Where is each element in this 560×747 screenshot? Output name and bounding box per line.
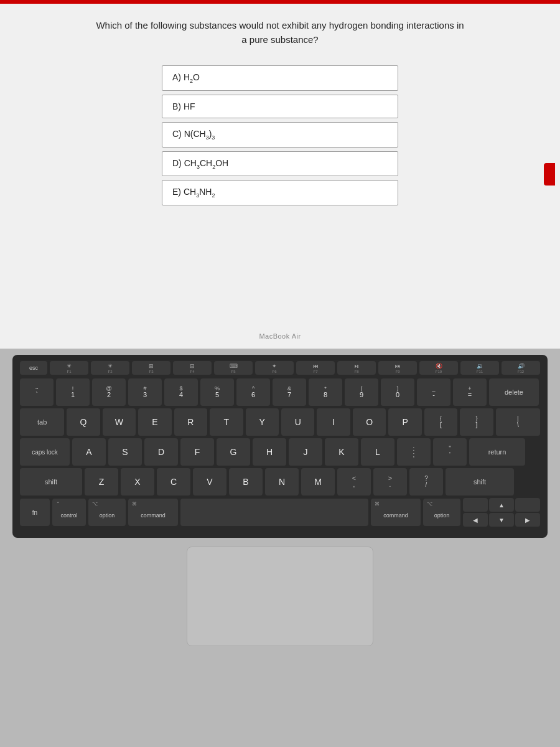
key-esc[interactable]: esc [20,361,47,375]
key-n[interactable]: N [265,468,299,496]
key-j[interactable]: J [289,438,322,466]
key-arrow-left[interactable]: ◀ [463,513,488,527]
macbook-label: MacBook Air [259,332,301,340]
key-option-right[interactable]: ⌥ option [423,499,460,526]
key-equals[interactable]: + = [453,378,487,406]
key-b[interactable]: B [229,468,263,496]
key-tab[interactable]: tab [20,408,64,436]
key-f3[interactable]: ⊞ F3 [132,361,170,375]
key-arrow-right-placeholder [515,498,540,512]
key-8[interactable]: * 8 [309,378,342,406]
answer-e[interactable]: E) CH3NH2 [162,180,398,205]
key-f6[interactable]: ✦ F6 [255,361,294,375]
answer-d[interactable]: D) CH3CH2OH [162,151,398,177]
zxcv-row: shift Z X C V B N M < , > . ? / shift [20,468,540,496]
key-u[interactable]: U [281,408,314,436]
key-control[interactable]: ⌃ control [52,499,86,526]
key-option-left[interactable]: ⌥ option [88,499,126,526]
key-space[interactable] [180,499,368,526]
key-f10[interactable]: 🔇 F10 [419,361,458,375]
keyboard: esc ☀ F1 ☀ F2 ⊞ F3 ⊟ F4 ⌨ F5 ✦ [12,355,548,538]
laptop-screen: Which of the following substances would … [0,0,560,349]
key-semicolon[interactable]: : ; [397,438,431,466]
key-f2[interactable]: ☀ F2 [91,361,129,375]
key-arrow-down[interactable]: ▼ [489,513,514,527]
key-f8[interactable]: ⏯ F8 [337,361,376,375]
key-q[interactable]: Q [67,408,100,436]
laptop-body: esc ☀ F1 ☀ F2 ⊞ F3 ⊟ F4 ⌨ F5 ✦ [0,349,560,747]
key-delete[interactable]: delete [489,378,539,406]
asdf-row: caps lock A S D F G H J K L : ; " ' retu… [20,438,540,466]
key-period[interactable]: > . [373,468,407,496]
key-lbracket[interactable]: { [ [424,408,457,436]
key-f9[interactable]: ⏭ F9 [378,361,417,375]
key-h[interactable]: H [253,438,286,466]
key-m[interactable]: M [301,468,335,496]
key-arrow-right[interactable]: ▶ [515,513,540,527]
answer-c[interactable]: C) N(CH3)3 [162,122,398,148]
key-w[interactable]: W [103,408,136,436]
number-row: ~ ` ! 1 @ 2 # 3 $ 4 % 5 [20,378,540,406]
key-g[interactable]: G [217,438,250,466]
key-y[interactable]: Y [246,408,279,436]
key-l[interactable]: L [361,438,394,466]
key-return[interactable]: return [469,438,525,466]
key-k[interactable]: K [325,438,358,466]
trackpad[interactable] [187,547,373,646]
key-minus[interactable]: _ - [417,378,450,406]
key-s[interactable]: S [108,438,142,466]
red-side-button [544,163,555,186]
key-fn[interactable]: fn [20,499,50,526]
key-6[interactable]: ^ 6 [236,378,270,406]
fn-row: esc ☀ F1 ☀ F2 ⊞ F3 ⊟ F4 ⌨ F5 ✦ [20,361,540,375]
key-o[interactable]: O [353,408,386,436]
qwerty-row: tab Q W E R T Y U I O P { [ } ] | \ [20,408,540,436]
key-right-shift[interactable]: shift [446,468,514,496]
key-v[interactable]: V [193,468,226,496]
key-command-left[interactable]: ⌘ command [128,499,178,526]
arrow-cluster: ▲ ◀ ▼ ▶ [463,498,540,527]
key-left-shift[interactable]: shift [20,468,82,496]
key-arrow-left-placeholder [463,498,488,512]
key-f7[interactable]: ⏮ F7 [296,361,335,375]
key-r[interactable]: R [174,408,207,436]
key-0[interactable]: ) 0 [381,378,414,406]
answer-a[interactable]: A) H2O [162,65,398,91]
key-f11[interactable]: 🔉 F11 [460,361,499,375]
key-f1[interactable]: ☀ F1 [50,361,88,375]
key-p[interactable]: P [388,408,421,436]
key-7[interactable]: & 7 [273,378,306,406]
key-tilde[interactable]: ~ ` [20,378,54,406]
key-a[interactable]: A [72,438,106,466]
answer-choices: A) H2O B) HF C) N(CH3)3 D) CH3CH2OH E) C… [162,65,398,205]
key-f5[interactable]: ⌨ F5 [214,361,253,375]
key-4[interactable]: $ 4 [164,378,198,406]
key-c[interactable]: C [157,468,190,496]
key-5[interactable]: % 5 [200,378,234,406]
key-t[interactable]: T [210,408,243,436]
key-command-right[interactable]: ⌘ command [371,499,421,526]
key-quote[interactable]: " ' [433,438,467,466]
key-3[interactable]: # 3 [128,378,162,406]
key-1[interactable]: ! 1 [56,378,90,406]
key-9[interactable]: ( 9 [345,378,378,406]
key-capslock[interactable]: caps lock [20,438,70,466]
key-z[interactable]: Z [85,468,118,496]
key-2[interactable]: @ 2 [92,378,126,406]
key-i[interactable]: I [317,408,350,436]
key-f[interactable]: F [180,438,214,466]
key-d[interactable]: D [144,438,178,466]
key-slash[interactable]: ? / [409,468,443,496]
key-f4[interactable]: ⊟ F4 [173,361,212,375]
key-e[interactable]: E [138,408,171,436]
key-backslash[interactable]: | \ [496,408,540,436]
question-text: Which of the following substances would … [93,19,467,47]
answer-b[interactable]: B) HF [162,95,398,118]
key-rbracket[interactable]: } ] [460,408,493,436]
key-f12[interactable]: 🔊 F12 [502,361,540,375]
bottom-row: fn ⌃ control ⌥ option ⌘ command ⌘ comman… [20,498,540,527]
key-x[interactable]: X [121,468,154,496]
key-arrow-up[interactable]: ▲ [489,498,514,512]
key-comma[interactable]: < , [337,468,371,496]
